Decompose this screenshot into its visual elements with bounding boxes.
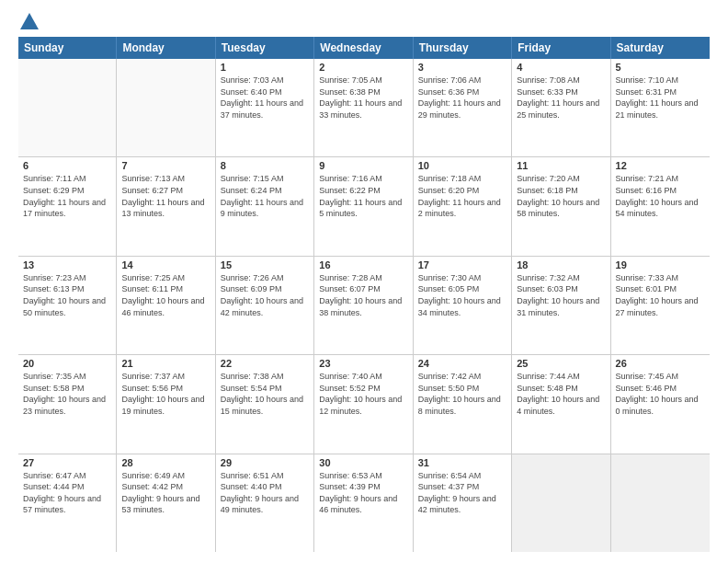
day-info: Sunrise: 7:44 AM Sunset: 5:48 PM Dayligh… <box>517 371 605 417</box>
calendar-cell: 20Sunrise: 7:35 AM Sunset: 5:58 PM Dayli… <box>18 355 117 453</box>
day-number: 31 <box>418 457 506 468</box>
calendar-cell: 13Sunrise: 7:23 AM Sunset: 6:13 PM Dayli… <box>18 257 117 354</box>
logo <box>18 15 39 29</box>
day-number: 1 <box>221 62 309 73</box>
calendar-header-cell: Wednesday <box>314 37 413 59</box>
calendar-header-cell: Tuesday <box>216 37 314 59</box>
day-number: 13 <box>23 259 111 270</box>
day-number: 5 <box>616 62 705 73</box>
day-number: 23 <box>319 358 407 369</box>
day-info: Sunrise: 7:26 AM Sunset: 6:09 PM Dayligh… <box>221 272 309 318</box>
day-info: Sunrise: 6:53 AM Sunset: 4:39 PM Dayligh… <box>319 470 407 516</box>
day-number: 18 <box>517 259 605 270</box>
day-info: Sunrise: 7:06 AM Sunset: 6:36 PM Dayligh… <box>418 75 506 121</box>
day-info: Sunrise: 6:49 AM Sunset: 4:42 PM Dayligh… <box>121 470 210 516</box>
calendar-header-cell: Saturday <box>611 37 710 59</box>
day-number: 3 <box>418 62 506 73</box>
calendar-cell: 14Sunrise: 7:25 AM Sunset: 6:11 PM Dayli… <box>117 257 215 354</box>
calendar-header: SundayMondayTuesdayWednesdayThursdayFrid… <box>18 37 710 59</box>
calendar-cell: 25Sunrise: 7:44 AM Sunset: 5:48 PM Dayli… <box>512 355 610 453</box>
day-info: Sunrise: 6:51 AM Sunset: 4:40 PM Dayligh… <box>221 470 309 516</box>
day-number: 11 <box>517 160 605 171</box>
calendar-cell: 31Sunrise: 6:54 AM Sunset: 4:37 PM Dayli… <box>414 454 512 552</box>
calendar-cell: 10Sunrise: 7:18 AM Sunset: 6:20 PM Dayli… <box>414 157 512 255</box>
day-info: Sunrise: 7:05 AM Sunset: 6:38 PM Dayligh… <box>319 75 407 121</box>
calendar-cell: 3Sunrise: 7:06 AM Sunset: 6:36 PM Daylig… <box>414 59 512 156</box>
day-number: 16 <box>319 259 407 270</box>
day-number: 7 <box>121 160 210 171</box>
calendar-cell: 27Sunrise: 6:47 AM Sunset: 4:44 PM Dayli… <box>18 454 117 552</box>
day-number: 4 <box>517 62 605 73</box>
calendar-cell: 4Sunrise: 7:08 AM Sunset: 6:33 PM Daylig… <box>512 59 610 156</box>
calendar-cell: 24Sunrise: 7:42 AM Sunset: 5:50 PM Dayli… <box>414 355 512 453</box>
calendar-cell: 19Sunrise: 7:33 AM Sunset: 6:01 PM Dayli… <box>611 257 710 354</box>
calendar-row: 20Sunrise: 7:35 AM Sunset: 5:58 PM Dayli… <box>18 355 710 454</box>
calendar-cell: 7Sunrise: 7:13 AM Sunset: 6:27 PM Daylig… <box>117 157 215 255</box>
calendar-header-cell: Friday <box>512 37 610 59</box>
calendar-cell: 21Sunrise: 7:37 AM Sunset: 5:56 PM Dayli… <box>117 355 215 453</box>
calendar-cell: 26Sunrise: 7:45 AM Sunset: 5:46 PM Dayli… <box>611 355 710 453</box>
day-info: Sunrise: 7:11 AM Sunset: 6:29 PM Dayligh… <box>23 173 111 219</box>
day-number: 26 <box>616 358 705 369</box>
calendar-cell: 9Sunrise: 7:16 AM Sunset: 6:22 PM Daylig… <box>314 157 413 255</box>
day-number: 27 <box>23 457 111 468</box>
day-info: Sunrise: 7:18 AM Sunset: 6:20 PM Dayligh… <box>418 173 506 219</box>
calendar-cell: 28Sunrise: 6:49 AM Sunset: 4:42 PM Dayli… <box>117 454 215 552</box>
day-info: Sunrise: 7:33 AM Sunset: 6:01 PM Dayligh… <box>616 272 705 318</box>
calendar-row: 6Sunrise: 7:11 AM Sunset: 6:29 PM Daylig… <box>18 157 710 256</box>
calendar-cell: 22Sunrise: 7:38 AM Sunset: 5:54 PM Dayli… <box>216 355 314 453</box>
day-info: Sunrise: 7:38 AM Sunset: 5:54 PM Dayligh… <box>221 371 309 417</box>
day-number: 22 <box>221 358 309 369</box>
calendar-cell <box>611 454 710 552</box>
header <box>18 15 710 29</box>
calendar-header-cell: Sunday <box>18 37 117 59</box>
day-info: Sunrise: 7:25 AM Sunset: 6:11 PM Dayligh… <box>121 272 210 318</box>
day-number: 19 <box>616 259 705 270</box>
day-info: Sunrise: 7:42 AM Sunset: 5:50 PM Dayligh… <box>418 371 506 417</box>
day-number: 15 <box>221 259 309 270</box>
day-number: 30 <box>319 457 407 468</box>
day-info: Sunrise: 7:35 AM Sunset: 5:58 PM Dayligh… <box>23 371 111 417</box>
calendar-cell: 5Sunrise: 7:10 AM Sunset: 6:31 PM Daylig… <box>611 59 710 156</box>
day-number: 20 <box>23 358 111 369</box>
day-number: 9 <box>319 160 407 171</box>
day-info: Sunrise: 7:32 AM Sunset: 6:03 PM Dayligh… <box>517 272 605 318</box>
day-number: 17 <box>418 259 506 270</box>
calendar-cell: 12Sunrise: 7:21 AM Sunset: 6:16 PM Dayli… <box>611 157 710 255</box>
day-number: 2 <box>319 62 407 73</box>
day-info: Sunrise: 7:21 AM Sunset: 6:16 PM Dayligh… <box>616 173 705 219</box>
day-info: Sunrise: 6:54 AM Sunset: 4:37 PM Dayligh… <box>418 470 506 516</box>
day-info: Sunrise: 7:10 AM Sunset: 6:31 PM Dayligh… <box>616 75 705 121</box>
day-info: Sunrise: 7:20 AM Sunset: 6:18 PM Dayligh… <box>517 173 605 219</box>
day-number: 29 <box>221 457 309 468</box>
calendar-header-cell: Thursday <box>414 37 512 59</box>
calendar-cell: 15Sunrise: 7:26 AM Sunset: 6:09 PM Dayli… <box>216 257 314 354</box>
day-info: Sunrise: 7:45 AM Sunset: 5:46 PM Dayligh… <box>616 371 705 417</box>
calendar-cell <box>117 59 215 156</box>
calendar-cell: 16Sunrise: 7:28 AM Sunset: 6:07 PM Dayli… <box>314 257 413 354</box>
day-number: 24 <box>418 358 506 369</box>
day-number: 28 <box>121 457 210 468</box>
calendar-cell: 1Sunrise: 7:03 AM Sunset: 6:40 PM Daylig… <box>216 59 314 156</box>
day-info: Sunrise: 7:08 AM Sunset: 6:33 PM Dayligh… <box>517 75 605 121</box>
calendar-cell: 18Sunrise: 7:32 AM Sunset: 6:03 PM Dayli… <box>512 257 610 354</box>
calendar-cell: 2Sunrise: 7:05 AM Sunset: 6:38 PM Daylig… <box>314 59 413 156</box>
page: SundayMondayTuesdayWednesdayThursdayFrid… <box>0 0 728 563</box>
calendar-cell: 11Sunrise: 7:20 AM Sunset: 6:18 PM Dayli… <box>512 157 610 255</box>
calendar-row: 1Sunrise: 7:03 AM Sunset: 6:40 PM Daylig… <box>18 59 710 157</box>
calendar-cell: 30Sunrise: 6:53 AM Sunset: 4:39 PM Dayli… <box>314 454 413 552</box>
day-info: Sunrise: 7:03 AM Sunset: 6:40 PM Dayligh… <box>221 75 309 121</box>
day-info: Sunrise: 6:47 AM Sunset: 4:44 PM Dayligh… <box>23 470 111 516</box>
day-info: Sunrise: 7:23 AM Sunset: 6:13 PM Dayligh… <box>23 272 111 318</box>
calendar-header-cell: Monday <box>117 37 215 59</box>
day-info: Sunrise: 7:40 AM Sunset: 5:52 PM Dayligh… <box>319 371 407 417</box>
day-info: Sunrise: 7:15 AM Sunset: 6:24 PM Dayligh… <box>221 173 309 219</box>
day-info: Sunrise: 7:37 AM Sunset: 5:56 PM Dayligh… <box>121 371 210 417</box>
calendar-cell: 29Sunrise: 6:51 AM Sunset: 4:40 PM Dayli… <box>216 454 314 552</box>
calendar-cell <box>512 454 610 552</box>
calendar-cell <box>18 59 117 156</box>
day-number: 10 <box>418 160 506 171</box>
calendar-body: 1Sunrise: 7:03 AM Sunset: 6:40 PM Daylig… <box>18 59 710 552</box>
day-number: 25 <box>517 358 605 369</box>
calendar-row: 13Sunrise: 7:23 AM Sunset: 6:13 PM Dayli… <box>18 257 710 355</box>
